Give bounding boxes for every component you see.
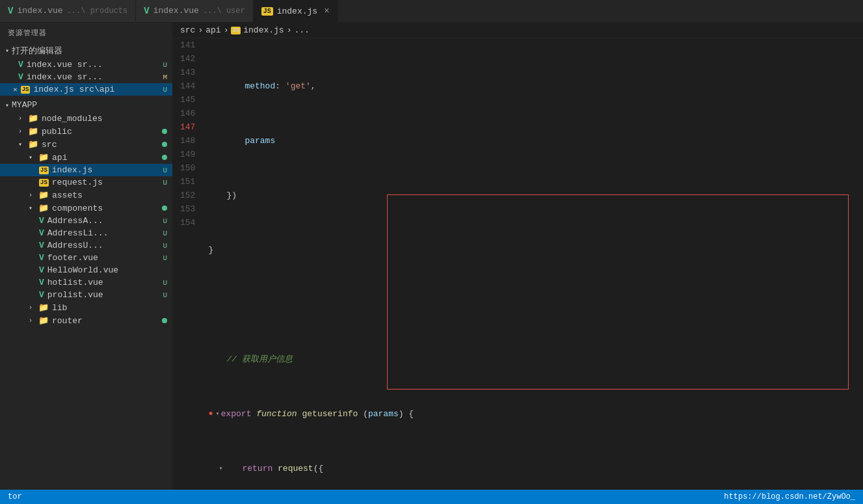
breadcrumb-api: api (206, 25, 220, 35)
tree-router[interactable]: › 📁 router (0, 314, 172, 327)
vue-icon: V (18, 60, 23, 70)
tree-api[interactable]: ▾ 📁 api (0, 151, 172, 164)
file-name: index.js src\api (33, 85, 114, 94)
tree-index-js[interactable]: JS index.js U (0, 164, 172, 176)
myapp-section[interactable]: ▾ MYAPP (0, 98, 172, 112)
code-container[interactable]: 141 142 143 144 145 146 147 148 149 150 … (172, 38, 863, 490)
tree-hotlist[interactable]: V hotlist.vue U (0, 276, 172, 289)
tree-footer-vue[interactable]: V footer.vue U (0, 252, 172, 264)
tree-node-modules[interactable]: › 📁 node_modules (0, 112, 172, 125)
file-name: index.js (52, 165, 92, 175)
tree-helloworld[interactable]: V HelloWorld.vue (0, 264, 172, 276)
tree-assets[interactable]: › 📁 assets (0, 189, 172, 202)
folder-name: components (52, 204, 103, 213)
close-icon: ✕ (13, 85, 18, 94)
status-left: tor (8, 492, 22, 501)
tab-close-button[interactable]: × (324, 6, 329, 16)
fold-arrow[interactable]: ▾ (219, 462, 222, 475)
code-line-142: params (208, 134, 858, 148)
line-numbers: 141 142 143 144 145 146 147 148 149 150 … (172, 38, 203, 490)
badge-u: U (163, 242, 167, 250)
file-name: AddressLi... (47, 228, 109, 238)
vue-icon: V (39, 253, 44, 263)
badge-u: U (163, 217, 167, 225)
folder-name: src (42, 140, 57, 150)
tab-vue-user[interactable]: V index.vue ...\ user (136, 0, 253, 22)
file-name: hotlist.vue (47, 278, 103, 287)
file-name: index.vue sr... (27, 72, 103, 82)
tree-prolist[interactable]: V prolist.vue U (0, 289, 172, 301)
vue-icon: V (39, 216, 44, 226)
js-icon: JS (261, 7, 273, 16)
sidebar-title: 资源管理器 (0, 23, 172, 43)
tree-address-u[interactable]: V AddressU... U (0, 239, 172, 252)
breadcrumb-sep: › (198, 25, 203, 35)
tab-label: index.vue (153, 6, 199, 16)
breadcrumb-src: src (180, 25, 195, 35)
open-editor-vue-products[interactable]: V index.vue sr... U (0, 59, 172, 71)
chevron-down-icon: ▾ (5, 47, 9, 55)
js-icon: JS (21, 86, 31, 94)
line-num: 146 (180, 107, 195, 120)
fold-arrow[interactable]: ▾ (216, 407, 220, 421)
chevron-right-icon: › (29, 192, 33, 199)
js-icon: JS (39, 179, 49, 187)
vue-icon: V (39, 290, 44, 300)
folder-icon: 📁 (38, 152, 49, 163)
vue-icon: V (39, 265, 44, 275)
status-bar: tor https://blog.csdn.net/ZywOo_ (0, 490, 863, 504)
chevron-down-icon: ▾ (5, 101, 9, 109)
badge-u: U (163, 254, 167, 262)
line-num: 147 (180, 120, 195, 134)
line-num: 149 (180, 148, 195, 161)
tree-address-li[interactable]: V AddressLi... U (0, 227, 172, 239)
sidebar: 资源管理器 ▾ 打开的编辑器 V index.vue sr... U V ind… (0, 23, 172, 490)
breadcrumb: src › api › JS index.js › ... (172, 23, 863, 38)
code-line-144: } (208, 243, 858, 257)
tree-address-a[interactable]: V AddressA... U (0, 215, 172, 227)
tree-public[interactable]: › 📁 public (0, 125, 172, 138)
code-line-141: method: 'get', (208, 79, 858, 93)
tab-label: index.js (277, 7, 317, 16)
breadcrumb-sep: › (287, 25, 292, 35)
file-name: AddressA... (47, 216, 103, 226)
file-name: index.vue sr... (27, 60, 103, 70)
js-icon: JS (39, 166, 49, 174)
tree-lib[interactable]: › 📁 lib (0, 301, 172, 314)
open-editors-label: 打开的编辑器 (12, 45, 62, 57)
tree-components[interactable]: ▾ 📁 components (0, 202, 172, 215)
open-editor-js-index[interactable]: ✕ JS index.js src\api U (0, 83, 172, 96)
main-layout: 资源管理器 ▾ 打开的编辑器 V index.vue sr... U V ind… (0, 23, 863, 490)
badge-u: U (163, 230, 167, 237)
open-editor-vue-user[interactable]: V index.vue sr... M (0, 71, 172, 83)
modified-dot (162, 318, 167, 323)
chevron-down-icon: ▾ (29, 204, 33, 212)
open-editors-section[interactable]: ▾ 打开的编辑器 (0, 43, 172, 59)
chevron-right-icon: › (29, 304, 33, 312)
tab-js-index[interactable]: JS index.js × (254, 0, 338, 22)
line-num: 153 (180, 202, 195, 216)
code-line-145 (208, 298, 858, 312)
status-branch: tor (8, 492, 22, 501)
breakpoint-icon: ● (208, 407, 213, 421)
line-num: 145 (180, 93, 195, 107)
tree-request-js[interactable]: JS request.js U (0, 176, 172, 189)
file-name: prolist.vue (47, 290, 103, 300)
vue-icon: V (39, 228, 44, 238)
folder-name: router (52, 316, 83, 326)
line-num: 150 (180, 161, 195, 175)
vue-icon: V (39, 241, 44, 250)
folder-name: assets (52, 191, 83, 200)
folder-name: public (42, 127, 72, 137)
tree-src[interactable]: ▾ 📁 src (0, 138, 172, 151)
badge-u: U (163, 86, 167, 94)
vue-icon: V (39, 278, 44, 287)
breadcrumb-dots: ... (294, 25, 309, 35)
tab-label: index.vue (17, 6, 62, 16)
file-name: AddressU... (47, 241, 103, 250)
tab-bar: V index.vue ...\ products V index.vue ..… (0, 0, 863, 23)
tab-vue-products[interactable]: V index.vue ...\ products (0, 0, 136, 22)
myapp-label: MYAPP (12, 100, 37, 110)
code-editor[interactable]: method: 'get', params }) } // 获取用户 (203, 38, 863, 490)
modified-dot (162, 206, 167, 211)
